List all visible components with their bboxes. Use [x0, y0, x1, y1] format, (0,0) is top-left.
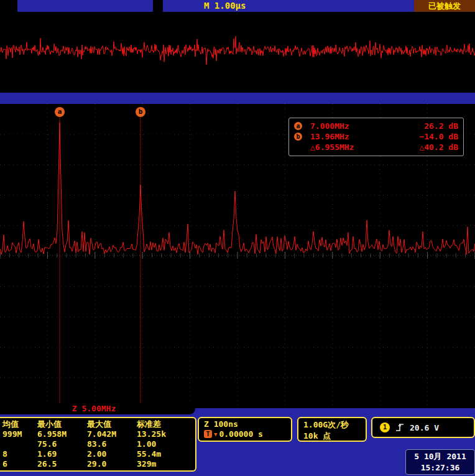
meas-cell: 999M	[2, 429, 37, 439]
delta-level: △40.2 dB	[380, 142, 458, 152]
trigger-level-value: 20.6 V	[410, 423, 439, 432]
trigger-status-badge: 已被触发	[414, 0, 475, 12]
readout-row-b: b 13.96MHz −14.0 dB	[294, 131, 458, 142]
trigger-position-marker[interactable]	[153, 0, 163, 12]
datetime-box: 5 10月 2011 15:27:36	[405, 449, 475, 475]
readout-row-delta: △6.955MHz △40.2 dB	[294, 142, 458, 152]
meas-cell: 13.25k	[137, 429, 189, 439]
readout-row-a: a 7.000MHz 26.2 dB	[294, 121, 458, 131]
status-bar: 均值 最小值 最大值 标准差 999M 6.958M 7.042M 13.25k…	[0, 408, 475, 476]
meas-cell: 1.00	[137, 439, 189, 449]
rising-edge-icon	[395, 422, 404, 432]
meas-cell: 8	[2, 449, 37, 459]
meas-header-mean: 均值	[2, 419, 37, 429]
date-value: 5 10月 2011	[406, 451, 474, 462]
meas-cell: 7.042M	[87, 429, 137, 439]
acquisition-box: 1.00G次/秒 10k 点	[297, 417, 367, 442]
timebase-readout: M 1.00μs	[204, 1, 246, 11]
time-domain-trace	[0, 12, 475, 93]
expansion-point-icon: T	[204, 430, 212, 438]
meas-cell: 6.958M	[37, 429, 87, 439]
meas-header-min: 最小值	[37, 419, 87, 429]
delta-frequency: △6.955MHz	[310, 142, 380, 152]
trigger-box: 1 20.6 V	[371, 417, 475, 438]
measurement-table: 均值 最小值 最大值 标准差 999M 6.958M 7.042M 13.25k…	[0, 417, 196, 472]
record-length: 10k 点	[303, 431, 361, 442]
meas-header-max: 最大值	[87, 419, 137, 429]
sample-rate: 1.00G次/秒	[303, 419, 361, 431]
zoom-readout-box: Z 100ns T ▼ 0.00000 s	[198, 417, 292, 442]
delay-value: 0.00000 s	[219, 429, 262, 439]
marker-a-label[interactable]: a	[55, 107, 65, 117]
meas-cell: 83.6	[87, 439, 137, 449]
time-domain-panel	[0, 12, 475, 93]
marker-b-frequency: 13.96MHz	[310, 132, 380, 141]
delay-marker-icon: ▼	[214, 431, 217, 437]
meas-cell: 2.00	[87, 449, 137, 459]
meas-cell: 1.69	[37, 449, 87, 459]
marker-a-badge: a	[294, 122, 302, 130]
cursor-readout-box: a 7.000MHz 26.2 dB b 13.96MHz −14.0 dB △…	[288, 118, 464, 156]
meas-cell: 6	[2, 459, 37, 469]
marker-a-level: 26.2 dB	[380, 121, 458, 131]
meas-header-stddev: 标准差	[137, 419, 189, 429]
menu-corner-box	[0, 0, 17, 12]
meas-cell: 75.6	[37, 439, 87, 449]
meas-cell	[2, 439, 37, 449]
trigger-source-badge: 1	[380, 422, 390, 432]
meas-cell: 29.0	[87, 459, 137, 469]
marker-b-label[interactable]: b	[136, 107, 145, 117]
marker-a-frequency: 7.000MHz	[310, 121, 380, 131]
meas-cell: 329m	[137, 459, 189, 469]
zoom-scale: Z 100ns	[204, 419, 286, 429]
marker-b-level: −14.0 dB	[380, 132, 458, 141]
marker-b-badge: b	[294, 133, 302, 141]
oscilloscope-screen: M 1.00μs 已被触发 a b a 7.000MHz 26.2 dB b 1…	[0, 0, 475, 476]
delta-badge	[294, 143, 302, 151]
top-bar: M 1.00μs 已被触发	[0, 0, 475, 12]
spectrum-panel: a b a 7.000MHz 26.2 dB b 13.96MHz −14.0 …	[0, 104, 475, 408]
time-value: 15:27:36	[406, 462, 474, 474]
math-channel-label[interactable]: Z 5.00MHz	[0, 403, 195, 414]
meas-cell: 26.5	[37, 459, 87, 469]
meas-cell: 55.4m	[137, 449, 189, 459]
